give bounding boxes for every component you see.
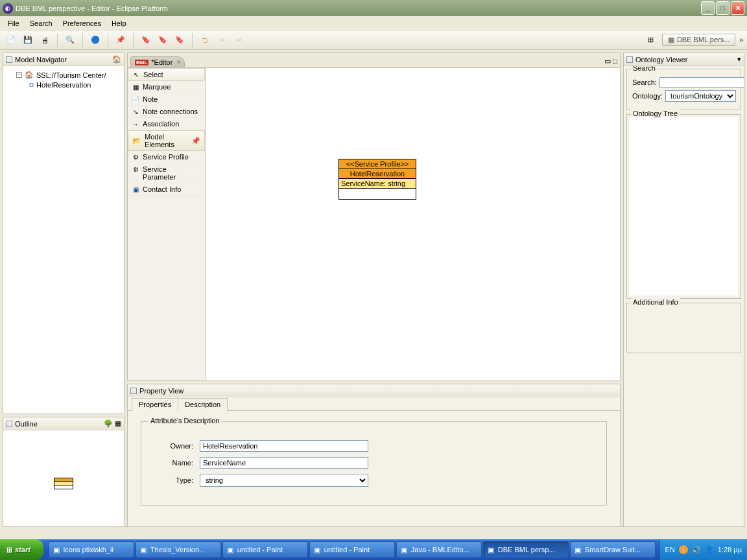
collapse-icon[interactable]: − bbox=[16, 72, 22, 78]
perspective-dbe-bml[interactable]: ▦ DBE BML pers... bbox=[662, 34, 736, 46]
tray-lang[interactable]: EN bbox=[665, 546, 675, 554]
editor-tab[interactable]: BML *Editor ✕ bbox=[130, 56, 185, 67]
uml-attribute[interactable]: ServiceName: string bbox=[339, 179, 416, 189]
palette-marquee[interactable]: ▦Marquee bbox=[128, 81, 205, 93]
taskbar-task[interactable]: ▣DBE BML persp... bbox=[483, 541, 569, 558]
task-icon: ▣ bbox=[573, 545, 582, 554]
eclipse-icon: ◐ bbox=[3, 3, 13, 14]
nav-fwd-icon[interactable]: ⇨ bbox=[231, 33, 246, 47]
menu-search[interactable]: Search bbox=[25, 18, 58, 29]
print-button[interactable]: 🖨 bbox=[38, 33, 52, 47]
search-button[interactable]: 🔍 bbox=[63, 33, 77, 47]
close-tab-icon[interactable]: ✕ bbox=[176, 59, 182, 65]
taskbar-task[interactable]: ▣Thesis_Version... bbox=[136, 541, 221, 558]
editor-maximize-icon[interactable]: □ bbox=[613, 57, 617, 65]
toolbar-overflow-icon[interactable]: » bbox=[739, 36, 743, 43]
palette: ↖Select ▦Marquee 📄Note ↘Note connections… bbox=[128, 68, 206, 380]
owner-label: Owner: bbox=[161, 442, 193, 450]
type-select[interactable]: string bbox=[200, 474, 368, 487]
palette-model-elements-header[interactable]: 📂Model Elements📌 bbox=[128, 130, 205, 151]
palette-service-parameter[interactable]: ⚙ServiceParameter bbox=[128, 163, 205, 183]
pin-icon[interactable]: 📌 bbox=[113, 33, 128, 47]
new-button[interactable]: 📄 bbox=[4, 33, 18, 47]
windows-logo-icon: ⊞ bbox=[6, 546, 12, 554]
outline-tree-icon[interactable]: 🌳 bbox=[104, 419, 113, 428]
view-icon bbox=[6, 56, 12, 63]
tree-root[interactable]: − 🏠 SSL://Tourism Center/ bbox=[7, 70, 120, 80]
palette-contact-info[interactable]: ▣Contact Info bbox=[128, 183, 205, 196]
task-icon: ▣ bbox=[139, 545, 148, 554]
palette-association[interactable]: →Association bbox=[128, 118, 205, 130]
palette-select[interactable]: ↖Select bbox=[128, 68, 205, 81]
menu-file[interactable]: File bbox=[3, 18, 25, 29]
menu-help[interactable]: Help bbox=[106, 18, 132, 29]
taskbar-task[interactable]: ▣SmartDraw Suit... bbox=[570, 541, 656, 558]
palette-note-connections[interactable]: ↘Note connections bbox=[128, 106, 205, 118]
additional-info-group: Additional Info bbox=[626, 303, 741, 353]
taskbar-task[interactable]: ▣icons ptixiakh_ii bbox=[49, 541, 134, 558]
taskbar-task[interactable]: ▣untitled - Paint bbox=[309, 541, 395, 558]
start-button[interactable]: ⊞ start bbox=[0, 539, 43, 560]
ontology-tree[interactable] bbox=[630, 117, 738, 296]
editor-canvas[interactable]: <<Service Profile>> HotelReservation Ser… bbox=[206, 68, 620, 380]
windows-taskbar: ⊞ start ▣icons ptixiakh_ii▣Thesis_Versio… bbox=[0, 539, 747, 560]
menubar: File Search Preferences Help bbox=[0, 16, 747, 30]
ontology-tree-group: Ontology Tree bbox=[626, 114, 741, 299]
ontology-label: Ontology: bbox=[632, 92, 663, 100]
menu-preferences[interactable]: Preferences bbox=[58, 18, 106, 29]
view-icon bbox=[626, 56, 633, 63]
folder-icon: 📂 bbox=[132, 137, 141, 145]
outline-view: Outline 🌳 ▦ bbox=[3, 417, 124, 537]
editor-area: BML *Editor ✕ ▭ □ ↖Select ▦Marquee 📄Note… bbox=[127, 52, 621, 381]
tray-clock[interactable]: 1:28 μμ bbox=[718, 546, 742, 554]
bookmark3-icon[interactable]: 🔖 bbox=[172, 33, 187, 47]
minimize-button[interactable]: _ bbox=[701, 1, 715, 15]
view-menu-icon[interactable]: ▾ bbox=[737, 55, 741, 64]
save-button[interactable]: 💾 bbox=[21, 33, 35, 47]
ontology-select[interactable]: tourismOntology bbox=[665, 90, 736, 102]
owner-input[interactable] bbox=[200, 440, 368, 452]
node-icon: ⧈ bbox=[29, 80, 34, 89]
taskbar-tasks: ▣icons ptixiakh_ii▣Thesis_Version...▣unt… bbox=[49, 541, 656, 558]
connector-icon: ↘ bbox=[132, 108, 139, 115]
search-group: Search Search: Go Ontology: tourismOntol… bbox=[626, 69, 741, 110]
tray-user-icon[interactable]: 👤 bbox=[705, 545, 714, 554]
bookmark-icon[interactable]: 🔖 bbox=[139, 33, 153, 47]
ontology-search-input[interactable] bbox=[659, 77, 744, 88]
open-perspective-button[interactable]: ⊞ bbox=[644, 32, 658, 47]
arrow-icon: → bbox=[132, 120, 139, 128]
outline-thumbnail[interactable] bbox=[54, 478, 73, 489]
run-button[interactable]: 🔵 bbox=[88, 33, 102, 47]
palette-note[interactable]: 📄Note bbox=[128, 93, 205, 106]
type-label: Type: bbox=[161, 476, 193, 484]
nav-back-icon[interactable]: ⇦ bbox=[215, 33, 229, 47]
uml-class-box[interactable]: <<Service Profile>> HotelReservation Ser… bbox=[338, 159, 416, 200]
system-tray[interactable]: EN ‹ 🔊 👤 1:28 μμ bbox=[659, 539, 747, 560]
taskbar-task[interactable]: ▣untitled - Paint bbox=[222, 541, 308, 558]
task-icon: ▣ bbox=[226, 545, 235, 554]
property-view: Property View Properties Description Att… bbox=[127, 384, 621, 537]
tab-description[interactable]: Description bbox=[178, 398, 228, 411]
maximize-button[interactable]: □ bbox=[716, 1, 729, 15]
palette-service-profile[interactable]: ⚙Service Profile bbox=[128, 151, 205, 163]
bookmark2-icon[interactable]: 🔖 bbox=[156, 33, 170, 47]
model-navigator-view: Model Navigator 🏠 − 🏠 SSL://Tourism Cent… bbox=[3, 52, 124, 414]
task-icon: ▣ bbox=[52, 545, 61, 554]
tab-properties[interactable]: Properties bbox=[132, 398, 178, 411]
tray-back-icon[interactable]: ‹ bbox=[679, 545, 688, 554]
outline-overview-icon[interactable]: ▦ bbox=[115, 419, 121, 428]
close-button[interactable]: ✕ bbox=[731, 1, 744, 15]
pin-icon[interactable]: 📌 bbox=[191, 137, 200, 145]
task-icon: ▣ bbox=[313, 545, 322, 554]
name-input[interactable] bbox=[200, 457, 368, 469]
tree-child[interactable]: ⧈ HotelReservation bbox=[7, 80, 120, 89]
bml-badge: BML bbox=[135, 60, 148, 65]
uml-name: HotelReservation bbox=[339, 169, 416, 179]
tray-volume-icon[interactable]: 🔊 bbox=[692, 545, 701, 554]
home-icon[interactable]: 🏠 bbox=[112, 55, 121, 64]
property-view-title: Property View bbox=[139, 387, 184, 395]
window-title: DBE BML perspective - Editor - Eclipse P… bbox=[16, 5, 168, 12]
back-button[interactable]: ⮌ bbox=[198, 33, 212, 47]
editor-minimize-icon[interactable]: ▭ bbox=[604, 57, 611, 65]
taskbar-task[interactable]: ▣Java - BMLEdito... bbox=[396, 541, 482, 558]
